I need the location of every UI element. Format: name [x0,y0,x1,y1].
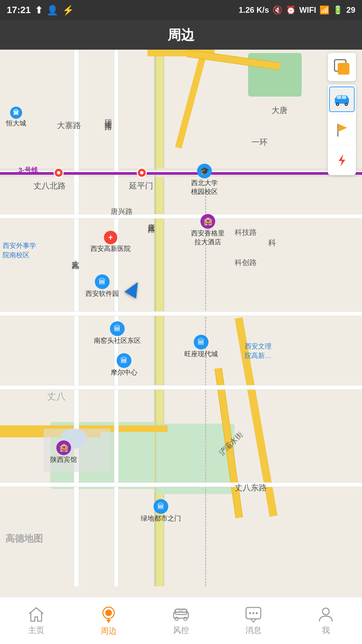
me-icon [317,606,334,623]
usb-icon: ⚡ [62,5,74,16]
mute-icon: 🔇 [273,5,283,15]
title-bar: 周边 [0,20,362,50]
map-area[interactable]: 延平门 丈八北路 3-号线 大寨路 🏛 恒大城 团结南路 唐兴路 唐延路 西安外… [0,50,362,597]
lightning-nav-button[interactable] [329,148,355,173]
nav-tool-panel [328,85,356,175]
svg-rect-1 [338,63,349,74]
wifi-label: WIFI [299,5,316,15]
svg-point-29 [322,608,329,615]
nav-label-me: 我 [322,625,330,636]
svg-marker-13 [29,608,43,621]
alarm-icon: ⏰ [286,5,296,15]
svg-rect-9 [342,96,346,99]
status-bar: 17:21 ⬆ 👤 ⚡ 1.26 K/s 🔇 ⏰ WIFI 📶 🔋 29 [0,0,362,20]
bottom-navigation: 主页 周边 风控 消息 [0,597,362,644]
svg-point-14 [105,609,112,616]
page-title: 周边 [168,26,194,44]
nav-label-home: 主页 [28,625,44,636]
flag-nav-button[interactable] [329,117,355,143]
nav-item-me[interactable]: 我 [290,606,362,636]
nav-item-nearby[interactable]: 周边 [72,605,145,636]
battery-level: 29 [346,5,355,15]
time-display: 17:21 [7,5,31,15]
amap-watermark: 高德地图 [5,532,43,545]
svg-point-7 [346,104,347,105]
nav-item-message[interactable]: 消息 [217,606,290,636]
car-nav-button[interactable] [329,87,355,112]
svg-rect-8 [337,96,341,99]
layer-toggle-button[interactable] [328,53,356,81]
svg-point-26 [252,612,254,614]
battery-icon: 🔋 [333,5,343,15]
nav-label-traffic: 风控 [173,625,189,636]
svg-point-25 [249,612,251,614]
signal-icon: 📶 [319,5,329,15]
upload-icon: ⬆ [35,5,43,16]
nearby-icon [100,605,117,624]
traffic-icon [172,606,190,623]
person-icon: 👤 [47,5,58,16]
network-speed: 1.26 K/s [239,5,269,15]
home-icon [28,606,45,623]
nav-label-message: 消息 [245,625,261,636]
svg-point-6 [337,104,339,105]
message-icon [245,606,262,623]
svg-marker-17 [106,620,111,623]
svg-marker-12 [339,154,345,166]
svg-marker-11 [338,124,347,132]
nav-item-home[interactable]: 主页 [0,606,72,636]
svg-point-27 [256,612,258,614]
nav-label-nearby: 周边 [101,626,117,636]
nav-item-traffic[interactable]: 风控 [145,606,217,636]
